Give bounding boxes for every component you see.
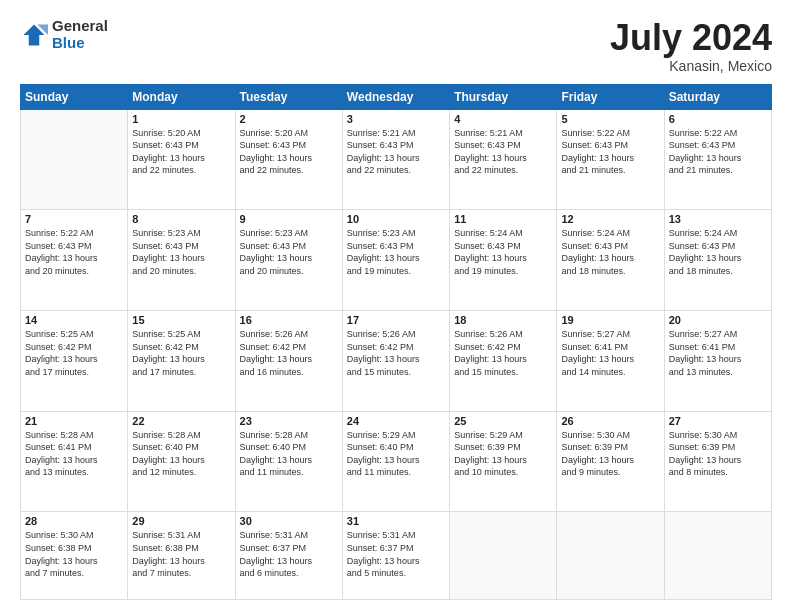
day-info: Sunrise: 5:20 AMSunset: 6:43 PMDaylight:… <box>240 127 338 177</box>
logo-icon <box>20 21 48 49</box>
week-row-5: 28Sunrise: 5:30 AMSunset: 6:38 PMDayligh… <box>21 512 772 600</box>
calendar-cell <box>557 512 664 600</box>
calendar-location: Kanasin, Mexico <box>610 58 772 74</box>
calendar-cell: 5Sunrise: 5:22 AMSunset: 6:43 PMDaylight… <box>557 109 664 210</box>
day-number: 20 <box>669 314 767 326</box>
day-number: 19 <box>561 314 659 326</box>
calendar-cell: 3Sunrise: 5:21 AMSunset: 6:43 PMDaylight… <box>342 109 449 210</box>
day-number: 16 <box>240 314 338 326</box>
day-number: 9 <box>240 213 338 225</box>
calendar-cell: 9Sunrise: 5:23 AMSunset: 6:43 PMDaylight… <box>235 210 342 311</box>
day-info: Sunrise: 5:23 AMSunset: 6:43 PMDaylight:… <box>347 227 445 277</box>
day-info: Sunrise: 5:29 AMSunset: 6:40 PMDaylight:… <box>347 429 445 479</box>
logo-blue: Blue <box>52 35 108 52</box>
day-info: Sunrise: 5:24 AMSunset: 6:43 PMDaylight:… <box>454 227 552 277</box>
calendar-cell <box>21 109 128 210</box>
day-number: 26 <box>561 415 659 427</box>
day-info: Sunrise: 5:22 AMSunset: 6:43 PMDaylight:… <box>561 127 659 177</box>
day-info: Sunrise: 5:28 AMSunset: 6:40 PMDaylight:… <box>132 429 230 479</box>
day-number: 14 <box>25 314 123 326</box>
day-info: Sunrise: 5:25 AMSunset: 6:42 PMDaylight:… <box>132 328 230 378</box>
logo-general: General <box>52 18 108 35</box>
weekday-header-sunday: Sunday <box>21 84 128 109</box>
day-info: Sunrise: 5:23 AMSunset: 6:43 PMDaylight:… <box>240 227 338 277</box>
logo: General Blue <box>20 18 108 51</box>
calendar-cell: 20Sunrise: 5:27 AMSunset: 6:41 PMDayligh… <box>664 310 771 411</box>
calendar-cell: 28Sunrise: 5:30 AMSunset: 6:38 PMDayligh… <box>21 512 128 600</box>
calendar-cell: 25Sunrise: 5:29 AMSunset: 6:39 PMDayligh… <box>450 411 557 512</box>
calendar-cell: 11Sunrise: 5:24 AMSunset: 6:43 PMDayligh… <box>450 210 557 311</box>
day-number: 1 <box>132 113 230 125</box>
day-info: Sunrise: 5:26 AMSunset: 6:42 PMDaylight:… <box>240 328 338 378</box>
day-info: Sunrise: 5:30 AMSunset: 6:38 PMDaylight:… <box>25 529 123 579</box>
day-number: 15 <box>132 314 230 326</box>
day-number: 18 <box>454 314 552 326</box>
day-number: 28 <box>25 515 123 527</box>
day-info: Sunrise: 5:24 AMSunset: 6:43 PMDaylight:… <box>669 227 767 277</box>
calendar-page: General Blue July 2024 Kanasin, Mexico S… <box>0 0 792 612</box>
calendar-cell: 1Sunrise: 5:20 AMSunset: 6:43 PMDaylight… <box>128 109 235 210</box>
weekday-header-monday: Monday <box>128 84 235 109</box>
day-info: Sunrise: 5:28 AMSunset: 6:40 PMDaylight:… <box>240 429 338 479</box>
week-row-1: 1Sunrise: 5:20 AMSunset: 6:43 PMDaylight… <box>21 109 772 210</box>
calendar-cell: 15Sunrise: 5:25 AMSunset: 6:42 PMDayligh… <box>128 310 235 411</box>
weekday-header-tuesday: Tuesday <box>235 84 342 109</box>
day-info: Sunrise: 5:30 AMSunset: 6:39 PMDaylight:… <box>669 429 767 479</box>
logo-text: General Blue <box>52 18 108 51</box>
day-info: Sunrise: 5:21 AMSunset: 6:43 PMDaylight:… <box>454 127 552 177</box>
day-number: 6 <box>669 113 767 125</box>
day-number: 5 <box>561 113 659 125</box>
day-info: Sunrise: 5:31 AMSunset: 6:38 PMDaylight:… <box>132 529 230 579</box>
day-number: 31 <box>347 515 445 527</box>
calendar-cell <box>664 512 771 600</box>
calendar-cell: 13Sunrise: 5:24 AMSunset: 6:43 PMDayligh… <box>664 210 771 311</box>
calendar-cell: 23Sunrise: 5:28 AMSunset: 6:40 PMDayligh… <box>235 411 342 512</box>
weekday-header-friday: Friday <box>557 84 664 109</box>
calendar-cell: 14Sunrise: 5:25 AMSunset: 6:42 PMDayligh… <box>21 310 128 411</box>
calendar-cell: 4Sunrise: 5:21 AMSunset: 6:43 PMDaylight… <box>450 109 557 210</box>
day-info: Sunrise: 5:22 AMSunset: 6:43 PMDaylight:… <box>25 227 123 277</box>
day-info: Sunrise: 5:27 AMSunset: 6:41 PMDaylight:… <box>561 328 659 378</box>
calendar-cell: 2Sunrise: 5:20 AMSunset: 6:43 PMDaylight… <box>235 109 342 210</box>
day-info: Sunrise: 5:23 AMSunset: 6:43 PMDaylight:… <box>132 227 230 277</box>
weekday-header-wednesday: Wednesday <box>342 84 449 109</box>
calendar-cell: 6Sunrise: 5:22 AMSunset: 6:43 PMDaylight… <box>664 109 771 210</box>
day-number: 4 <box>454 113 552 125</box>
title-block: July 2024 Kanasin, Mexico <box>610 18 772 74</box>
calendar-cell: 31Sunrise: 5:31 AMSunset: 6:37 PMDayligh… <box>342 512 449 600</box>
day-info: Sunrise: 5:28 AMSunset: 6:41 PMDaylight:… <box>25 429 123 479</box>
day-number: 7 <box>25 213 123 225</box>
day-info: Sunrise: 5:22 AMSunset: 6:43 PMDaylight:… <box>669 127 767 177</box>
day-number: 25 <box>454 415 552 427</box>
page-header: General Blue July 2024 Kanasin, Mexico <box>20 18 772 74</box>
day-number: 30 <box>240 515 338 527</box>
day-number: 11 <box>454 213 552 225</box>
day-number: 17 <box>347 314 445 326</box>
weekday-header-row: SundayMondayTuesdayWednesdayThursdayFrid… <box>21 84 772 109</box>
day-info: Sunrise: 5:20 AMSunset: 6:43 PMDaylight:… <box>132 127 230 177</box>
weekday-header-saturday: Saturday <box>664 84 771 109</box>
calendar-cell <box>450 512 557 600</box>
calendar-cell: 21Sunrise: 5:28 AMSunset: 6:41 PMDayligh… <box>21 411 128 512</box>
day-info: Sunrise: 5:24 AMSunset: 6:43 PMDaylight:… <box>561 227 659 277</box>
day-number: 24 <box>347 415 445 427</box>
calendar-cell: 16Sunrise: 5:26 AMSunset: 6:42 PMDayligh… <box>235 310 342 411</box>
day-number: 21 <box>25 415 123 427</box>
calendar-cell: 24Sunrise: 5:29 AMSunset: 6:40 PMDayligh… <box>342 411 449 512</box>
day-number: 23 <box>240 415 338 427</box>
day-info: Sunrise: 5:31 AMSunset: 6:37 PMDaylight:… <box>240 529 338 579</box>
day-number: 10 <box>347 213 445 225</box>
day-info: Sunrise: 5:25 AMSunset: 6:42 PMDaylight:… <box>25 328 123 378</box>
day-number: 29 <box>132 515 230 527</box>
day-number: 22 <box>132 415 230 427</box>
week-row-4: 21Sunrise: 5:28 AMSunset: 6:41 PMDayligh… <box>21 411 772 512</box>
day-info: Sunrise: 5:21 AMSunset: 6:43 PMDaylight:… <box>347 127 445 177</box>
calendar-cell: 30Sunrise: 5:31 AMSunset: 6:37 PMDayligh… <box>235 512 342 600</box>
week-row-2: 7Sunrise: 5:22 AMSunset: 6:43 PMDaylight… <box>21 210 772 311</box>
day-info: Sunrise: 5:31 AMSunset: 6:37 PMDaylight:… <box>347 529 445 579</box>
calendar-cell: 7Sunrise: 5:22 AMSunset: 6:43 PMDaylight… <box>21 210 128 311</box>
calendar-cell: 26Sunrise: 5:30 AMSunset: 6:39 PMDayligh… <box>557 411 664 512</box>
day-number: 3 <box>347 113 445 125</box>
day-info: Sunrise: 5:30 AMSunset: 6:39 PMDaylight:… <box>561 429 659 479</box>
weekday-header-thursday: Thursday <box>450 84 557 109</box>
